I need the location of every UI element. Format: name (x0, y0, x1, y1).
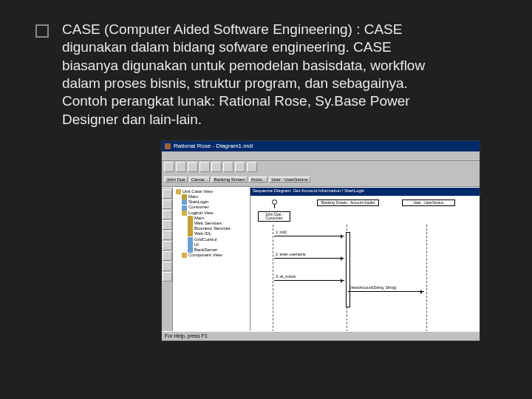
toolbar-button[interactable] (211, 162, 222, 172)
tree-node[interactable]: UI (174, 242, 248, 248)
diagram-tab[interactable]: Canoe... (189, 177, 211, 183)
diagram-tab[interactable]: User : UserGenius (269, 177, 310, 183)
actor[interactable]: John Doe :Consumer (258, 200, 290, 222)
status-text: For Help, press F1 (165, 333, 208, 338)
lifeline (273, 225, 273, 331)
diagram-tab[interactable]: John Doe (164, 177, 188, 183)
statusbar: For Help, press F1 (162, 331, 480, 341)
embedded-screenshot: Rational Rose - Diagram1.mdl John DoeCan… (161, 140, 497, 341)
lifeline (426, 225, 427, 331)
diagram-canvas[interactable]: Sequence Diagram: Get Account Informatio… (250, 188, 480, 331)
window-titlebar: Rational Rose - Diagram1.mdl (162, 141, 480, 151)
palette-tool[interactable] (163, 231, 172, 240)
tree-node[interactable]: Main (174, 216, 248, 221)
toolbar-button[interactable] (164, 162, 174, 172)
tree-node[interactable]: Web Services (174, 221, 248, 226)
tree-node[interactable]: BankServer (174, 248, 248, 253)
tab-row: John DoeCanoe...Banking ScreenAccts...Us… (162, 174, 480, 186)
tree-node[interactable]: Business Services (174, 226, 248, 231)
tree-node[interactable]: Consumer (174, 205, 248, 210)
diagram-body: John Doe :Consumer Banking Screen : Acco… (250, 195, 480, 324)
actor-icon (270, 200, 278, 210)
tree-node[interactable]: Web IDL (174, 231, 248, 236)
actor-label: John Doe :Consumer (258, 211, 290, 222)
bullet-marker (35, 24, 49, 38)
tree-node[interactable]: GridControl (174, 237, 248, 242)
sequence-object[interactable]: User : UserGenius (402, 200, 455, 206)
tree-node[interactable]: Main (174, 194, 248, 200)
toolbar-button[interactable] (200, 162, 210, 172)
toolbar-button[interactable] (223, 162, 233, 172)
workspace: Unit Case ViewMainStartLoginConsumerLogi… (162, 187, 480, 331)
palette-tool[interactable] (163, 272, 172, 282)
sequence-message[interactable]: 2: enter username (274, 258, 344, 262)
slide: CASE (Computer Aided Software Engineerin… (0, 0, 532, 349)
palette-tool[interactable] (163, 220, 172, 230)
tree-node[interactable]: Component View (174, 253, 248, 258)
lifeline (347, 225, 347, 331)
palette-tool[interactable] (163, 189, 172, 199)
tree-node[interactable]: Logical View (174, 211, 248, 216)
model-tree[interactable]: Unit Case ViewMainStartLoginConsumerLogi… (173, 188, 250, 331)
palette-tool[interactable] (163, 262, 172, 271)
palette-tool[interactable] (163, 241, 172, 250)
palette-tool[interactable] (163, 200, 172, 209)
palette-tool[interactable] (163, 210, 172, 219)
tool-palette (162, 188, 173, 331)
toolbar-button[interactable] (247, 162, 257, 172)
window-title: Rational Rose - Diagram1.mdl (174, 143, 253, 149)
diagram-tab[interactable]: Accts... (249, 177, 268, 183)
diagram-tab[interactable]: Banking Screen (211, 177, 247, 183)
sequence-object[interactable]: Banking Screen : Account Applet (317, 200, 379, 206)
palette-tool[interactable] (163, 251, 172, 261)
sequence-message[interactable]: checkAccount(String, String) (348, 291, 424, 296)
bullet-row: CASE (Computer Aided Software Engineerin… (35, 21, 497, 129)
sequence-message[interactable]: 3: ok_button (274, 280, 344, 284)
tree-node[interactable]: StartLogin (174, 200, 248, 205)
rational-rose-window: Rational Rose - Diagram1.mdl John DoeCan… (161, 140, 480, 341)
body-text: CASE (Computer Aided Software Engineerin… (62, 21, 446, 129)
menubar[interactable] (162, 151, 480, 161)
sequence-message[interactable]: 1: init() (274, 236, 344, 240)
toolbars: John DoeCanoe...Banking ScreenAccts...Us… (162, 161, 480, 187)
toolbar-button[interactable] (235, 162, 245, 172)
toolbar-button[interactable] (176, 162, 186, 172)
toolbar-button[interactable] (188, 162, 198, 172)
app-icon (165, 143, 171, 149)
